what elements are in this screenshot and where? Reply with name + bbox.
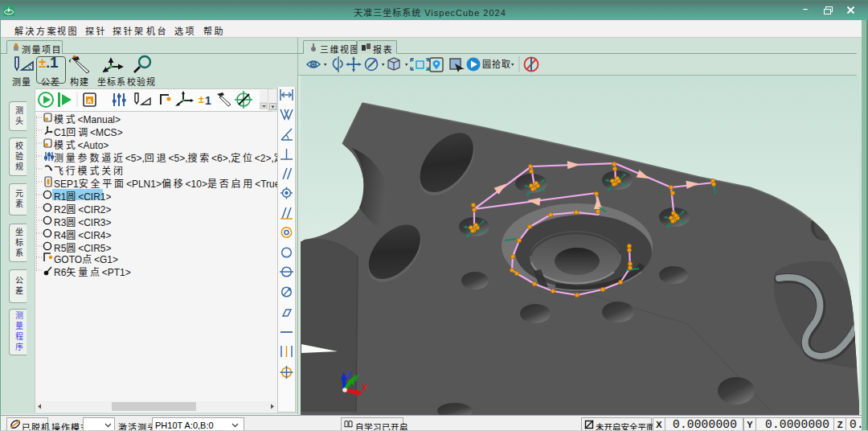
- svg-text:A: A: [88, 97, 92, 105]
- svg-text:Z: Z: [346, 371, 352, 380]
- svg-text:1: 1: [205, 94, 211, 107]
- svg-text:X: X: [361, 384, 368, 392]
- svg-text:±: ±: [199, 94, 204, 105]
- svg-text:圆拾取: 圆拾取: [482, 59, 511, 69]
